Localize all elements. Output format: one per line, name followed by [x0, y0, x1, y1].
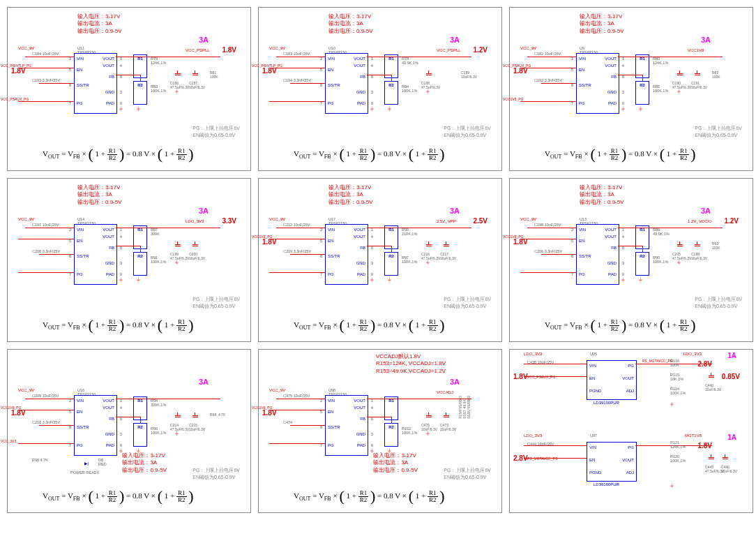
schematic: VCC_9V U9TPS62130 VIN2 EN5 SS/TR8 PG7 VO… [520, 46, 743, 130]
chip-U16: VIN2 EN5 SS/TR8 PG7 VOUT1 VOUT4 FB6 GND3… [74, 395, 117, 456]
regulator-c5: 输入电压：3-17V输出电流：3A输出电压：0.9-5V 3A 2.5V 1.8… [258, 178, 502, 342]
pg-note: PG：上限上拉电压6VEN阈值为0.65-0.9V [192, 296, 240, 310]
regulator-c2: 输入电压：3-17V输出电流：3A输出电压：0.9-5V 3A 1.2V 1.8… [258, 7, 502, 171]
schematic: VCC_9V U13TPS62130 VIN2 EN5 SS/TR8 PG7 V… [520, 217, 743, 301]
vout-formula: VOUT = VFB × ( 1 + R1R2 ) = 0.8 V × ( 1 … [43, 487, 194, 505]
current-rating: 3A [701, 207, 711, 215]
current-rating: 3A [199, 36, 209, 44]
chip-U11: VIN2 EN5 SS/TR8 PG7 VOUT1 VOUT4 FB6 GND3… [74, 53, 117, 114]
pg-note: PG：上限上拉电压6VEN阈值为0.65-0.9V [192, 467, 240, 481]
chip-U9: VIN2 EN5 SS/TR8 PG7 VOUT1 VOUT4 FB6 GND3… [576, 53, 619, 114]
ldo-cell: LDO_3V3 LDO_3V3 1A 2.8V 0.85V 1.8V C438 … [509, 349, 753, 513]
chip-U17: VIN2 EN5 SS/TR8 PG7 VOUT1 VOUT4 FB6 GND3… [325, 224, 368, 285]
pg-note: PG：上限上拉电压6VEN阈值为0.65-0.9V [444, 125, 491, 139]
vout-formula: VOUT = VFB × ( 1 + R1R2 ) = 0.8 V × ( 1 … [43, 316, 194, 334]
schematic: VCC_9V U14TPS62130 VIN2 EN5 SS/TR8 PG7 V… [18, 217, 241, 301]
specs: 输入电压：3-17V输出电流：3A输出电压：0.9-5V [580, 184, 624, 206]
regulator-c1: 输入电压：3-17V输出电流：3A输出电压：0.9-5V 3A 1.8V 1.8… [7, 7, 251, 171]
regulator-c8: 输入电压：3-17V输出电流：3A输出电压：0.9-5V 3A 1.8V VCC… [258, 349, 502, 513]
pg-note: PG：上限上拉电压6VEN阈值为0.65-0.9V [444, 467, 491, 481]
chip-U98: VIN2 EN5 SS/TR8 PG7 VOUT1 VOUT4 FB6 GND3… [325, 395, 368, 456]
schematic: VCC_9V U10TPS62130 VIN2 EN5 SS/TR8 PG7 V… [269, 46, 492, 130]
specs: 输入电压：3-17V输出电流：3A输出电压：0.9-5V [77, 184, 122, 206]
schematic: VCC_9V U98TPS62130 VIN2 EN5 SS/TR8 PG7 V… [269, 388, 492, 472]
pg-note: PG：上限上拉电压6VEN阈值为0.65-0.9V [695, 125, 742, 139]
vccadj-notes: VCCADJ默认1.8VR153=124K, VCCADJ=1.8VR153=4… [376, 353, 446, 375]
schematic: VCC_9V U11TPS62130 VIN2 EN5 SS/TR8 PG7 V… [18, 46, 241, 130]
current-rating: 3A [199, 207, 209, 215]
specs: 输入电压：3-17V输出电流：3A输出电压：0.9-5V [580, 13, 624, 35]
regulator-c7: 输入电压：3-17V输出电流：3A输出电压：0.9-5V 3A 1.8V VCC… [7, 349, 251, 513]
regulator-c3: 输入电压：3-17V输出电流：3A输出电压：0.9-5V 3A 1.8V VCC… [509, 7, 753, 171]
ldo-U25: LDO_3V3 LDO_3V3 1A 2.8V 0.85V 1.8V C438 … [513, 352, 743, 429]
vout-formula: VOUT = VFB × ( 1 + R1R2 ) = 0.8 V × ( 1 … [545, 145, 696, 163]
schematic: VCC_9V U17TPS62130 VIN2 EN5 SS/TR8 PG7 V… [269, 217, 492, 301]
vout-formula: VOUT = VFB × ( 1 + R1R2 ) = 0.8 V × ( 1 … [43, 145, 194, 163]
specs: 输入电压：3-17V输出电流：3A输出电压：0.9-5V [77, 13, 122, 35]
chip-U10: VIN2 EN5 SS/TR8 PG7 VOUT1 VOUT4 FB6 GND3… [325, 53, 368, 114]
pg-note: PG：上限上拉电压6VEN阈值为0.65-0.9V [192, 125, 240, 139]
vout-formula: VOUT = VFB × ( 1 + R1R2 ) = 0.8 V × ( 1 … [294, 487, 445, 505]
chip-U13: VIN2 EN5 SS/TR8 PG7 VOUT1 VOUT4 FB6 GND3… [576, 224, 619, 285]
current-rating: 3A [199, 378, 209, 386]
current-rating: 3A [450, 36, 460, 44]
pg-note: PG：上限上拉电压6VEN阈值为0.65-0.9V [695, 296, 742, 310]
schematic: VCC_9V U16TPS62130 VIN2 EN5 SS/TR8 PG7 V… [18, 388, 241, 472]
current-rating: 3A [450, 207, 460, 215]
regulator-c6: 输入电压：3-17V输出电流：3A输出电压：0.9-5V 3A 1.2V 1.8… [509, 178, 753, 342]
regulator-c4: 输入电压：3-17V输出电流：3A输出电压：0.9-5V 3A 3.3V VCC… [7, 178, 251, 342]
vout-formula: VOUT = VFB × ( 1 + R1R2 ) = 0.8 V × ( 1 … [545, 316, 696, 334]
vout-formula: VOUT = VFB × ( 1 + R1R2 ) = 0.8 V × ( 1 … [294, 316, 445, 334]
specs: 输入电压：3-17V输出电流：3A输出电压：0.9-5V [328, 13, 373, 35]
specs: 输入电压：3-17V输出电流：3A输出电压：0.9-5V [328, 184, 373, 206]
current-rating: 3A [450, 378, 460, 386]
pg-note: PG：上限上拉电压6VEN阈值为0.65-0.9V [444, 296, 491, 310]
ldo-U97: LDO_3V3 MGT1V8 1A 1.8V 2.8V C444 10uF/25… [513, 433, 743, 510]
vout-formula: VOUT = VFB × ( 1 + R1R2 ) = 0.8 V × ( 1 … [294, 145, 445, 163]
chip-U14: VIN2 EN5 SS/TR8 PG7 VOUT1 VOUT4 FB6 GND3… [74, 224, 117, 285]
current-rating: 3A [701, 36, 711, 44]
